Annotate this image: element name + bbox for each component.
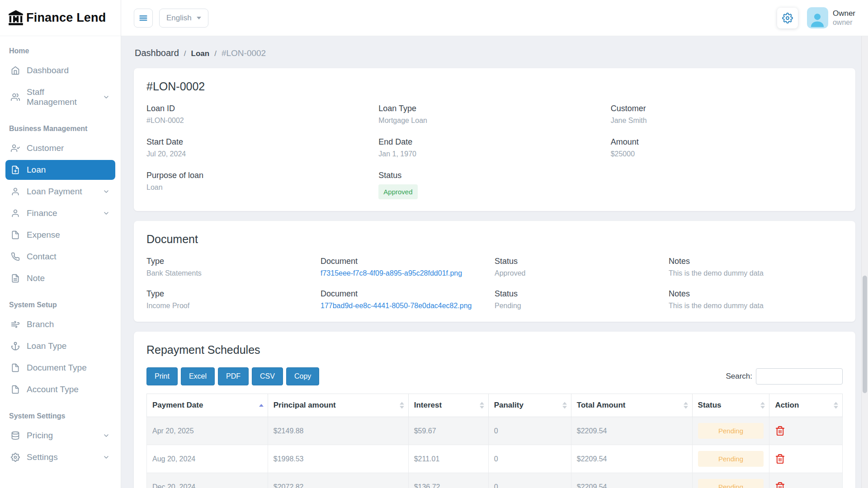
document-file-link[interactable]: f7315eee-f7c8-4f09-a895-a95c28fdd01f.png xyxy=(321,269,462,277)
pdf-button[interactable]: PDF xyxy=(218,367,249,385)
field-start-date: Start Date Jul 20, 2024 xyxy=(146,137,378,158)
csv-button[interactable]: CSV xyxy=(252,367,283,385)
excel-button[interactable]: Excel xyxy=(181,367,215,385)
user-icon xyxy=(11,209,20,218)
user-role: owner xyxy=(833,18,855,27)
repayment-title: Repayment Schedules xyxy=(146,343,843,357)
document-card: Document Type Bank Statements Document f… xyxy=(134,221,855,322)
table-row: Apr 20, 2025 $2149.88 $59.67 0 $2209.54 … xyxy=(147,417,843,445)
sidebar-item-pricing[interactable]: Pricing xyxy=(5,426,115,446)
file-text-icon xyxy=(11,274,20,283)
status-badge: Pending xyxy=(698,451,764,467)
sidebar-item-note[interactable]: Note xyxy=(5,268,115,288)
field-end-date: End Date Jan 1, 1970 xyxy=(378,137,610,158)
file-icon xyxy=(11,363,20,372)
column-header-action[interactable]: Action xyxy=(769,394,843,417)
breadcrumb-dashboard[interactable]: Dashboard xyxy=(135,48,179,58)
sidebar-item-contact[interactable]: Contact xyxy=(5,247,115,267)
table-toolbar: Print Excel PDF CSV Copy Search: xyxy=(146,367,843,385)
brand-name: Finance Lend xyxy=(26,11,106,25)
person-icon xyxy=(808,10,826,28)
language-dropdown[interactable]: English xyxy=(159,9,208,28)
bank-icon xyxy=(7,9,24,27)
sidebar-section-system-settings: System Settings xyxy=(0,401,121,424)
chevron-down-icon xyxy=(103,188,110,195)
language-value: English xyxy=(166,14,192,23)
trash-icon xyxy=(775,454,785,464)
sidebar-item-account-type[interactable]: Account Type xyxy=(5,380,115,399)
gear-icon xyxy=(782,13,793,23)
vertical-scrollbar[interactable] xyxy=(861,36,868,488)
sort-ascending-icon xyxy=(259,404,264,407)
column-header-payment-date[interactable]: Payment Date xyxy=(147,394,268,417)
trash-icon xyxy=(775,426,785,436)
chevron-down-icon xyxy=(103,210,110,217)
doc-row-status: Status Pending xyxy=(495,289,669,310)
home-icon xyxy=(11,66,20,75)
delete-button[interactable] xyxy=(775,454,785,464)
field-status: Status Approved xyxy=(378,171,610,199)
status-badge: Pending xyxy=(698,423,764,439)
doc-row-file: Document 177bad9d-ee8c-4441-8050-78e0dac… xyxy=(321,289,495,310)
status-badge: Pending xyxy=(698,479,764,488)
search-label: Search: xyxy=(726,372,752,381)
sort-icon xyxy=(834,402,838,409)
scrollbar-thumb[interactable] xyxy=(863,276,867,393)
delete-button[interactable] xyxy=(775,426,785,436)
doc-row-type: Type Income Proof xyxy=(146,289,321,310)
sidebar-item-loan-type[interactable]: Loan Type xyxy=(5,336,115,356)
users-icon xyxy=(11,93,20,102)
column-header-status[interactable]: Status xyxy=(692,394,769,417)
sidebar-item-finance[interactable]: Finance xyxy=(5,203,115,223)
doc-row-file: Document f7315eee-f7c8-4f09-a895-a95c28f… xyxy=(321,257,495,277)
document-file-link[interactable]: 177bad9d-ee8c-4441-8050-78e0dac4ec82.png xyxy=(321,302,472,310)
phone-icon xyxy=(11,252,20,261)
sidebar-item-expense[interactable]: Expense xyxy=(5,225,115,245)
search-input[interactable] xyxy=(756,368,843,385)
doc-row-status: Status Approved xyxy=(495,257,669,277)
field-loan-id: Loan ID #LON-0002 xyxy=(146,104,378,125)
delete-button[interactable] xyxy=(775,482,785,488)
field-amount: Amount $25000 xyxy=(611,137,843,158)
sidebar-item-loan[interactable]: Loan xyxy=(5,160,115,180)
brand-logo[interactable]: Finance Lend xyxy=(0,0,121,36)
settings-gear-button[interactable] xyxy=(777,8,798,28)
repayment-table: Payment Date Principal amount Interest xyxy=(146,394,843,488)
sidebar-item-customer[interactable]: Customer xyxy=(5,138,115,158)
wind-icon xyxy=(11,320,20,329)
sidebar-item-loan-payment[interactable]: Loan Payment xyxy=(5,182,115,202)
breadcrumb-loan[interactable]: Loan xyxy=(191,49,210,58)
sidebar-toggle-button[interactable] xyxy=(134,9,153,28)
field-loan-type: Loan Type Mortgage Loan xyxy=(378,104,610,125)
user-meta: Owner owner xyxy=(833,9,855,27)
sort-icon xyxy=(760,402,765,409)
status-badge: Approved xyxy=(378,184,417,199)
sort-icon xyxy=(684,402,688,409)
gear-icon xyxy=(11,453,20,462)
copy-button[interactable]: Copy xyxy=(286,367,319,385)
user-icon xyxy=(11,187,20,196)
file-icon xyxy=(11,230,20,239)
column-header-interest[interactable]: Interest xyxy=(408,394,488,417)
sidebar-item-branch[interactable]: Branch xyxy=(5,314,115,334)
sidebar-section-home: Home xyxy=(0,36,121,59)
sidebar-item-dashboard[interactable]: Dashboard xyxy=(5,61,115,80)
sidebar-item-settings[interactable]: Settings xyxy=(5,447,115,467)
sidebar-item-document-type[interactable]: Document Type xyxy=(5,358,115,378)
print-button[interactable]: Print xyxy=(146,367,178,385)
sidebar-section-system-setup: System Setup xyxy=(0,290,121,313)
table-row: Dec 20, 2024 $2072.82 $136.72 0 $2209.54… xyxy=(147,473,843,488)
column-header-principal-amount[interactable]: Principal amount xyxy=(268,394,408,417)
doc-row-notes: Notes This is the demo dummy data xyxy=(669,257,843,277)
field-customer: Customer Jane Smith xyxy=(611,104,843,125)
sidebar-item-staff-management[interactable]: Staff Management xyxy=(5,82,115,112)
database-icon xyxy=(11,431,20,440)
loan-details-card: #LON-0002 Loan ID #LON-0002 Loan Type Mo… xyxy=(134,68,855,211)
column-header-panality[interactable]: Panality xyxy=(488,394,571,417)
user-avatar[interactable] xyxy=(807,7,828,28)
anchor-icon xyxy=(11,342,20,351)
column-header-total-amount[interactable]: Total Amount xyxy=(571,394,692,417)
top-header: English Owner owner xyxy=(121,0,868,36)
caret-down-icon xyxy=(197,17,201,19)
document-title: Document xyxy=(146,233,843,246)
